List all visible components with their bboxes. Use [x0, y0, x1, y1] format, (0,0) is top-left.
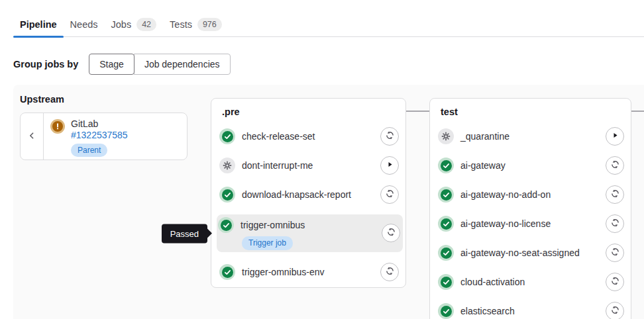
success-status-icon [219, 264, 235, 280]
manual-status-icon [438, 128, 454, 144]
job-name: trigger-omnibus-env [242, 267, 325, 277]
pipeline-graph: Upstream GitLab #1322537585 Parent .prec… [13, 85, 644, 319]
group-jobs-by-row: Group jobs by Stage Job dependencies [13, 54, 644, 75]
stage-connector-line [631, 111, 644, 112]
stage-connector-line [406, 111, 429, 112]
retry-icon [385, 189, 395, 201]
job-row[interactable]: ai-gateway [437, 156, 624, 175]
upstream-meta: GitLab #1322537585 Parent [71, 118, 128, 160]
job-row[interactable]: dont-interrupt-me [218, 156, 399, 175]
job-name: cloud-activation [460, 277, 525, 287]
retry-icon [610, 218, 620, 230]
tab-count-badge: 976 [197, 18, 222, 31]
success-status-icon [438, 216, 454, 232]
tab-label: Needs [70, 19, 98, 30]
group-by-segmented-control: Stage Job dependencies [89, 54, 230, 75]
job-row[interactable]: _quarantine [437, 127, 624, 146]
job-name: download-knapsack-report [242, 189, 351, 200]
retry-icon [610, 305, 620, 317]
retry-job-button[interactable] [606, 244, 624, 262]
chevron-left-icon [27, 130, 37, 143]
upstream-section-title: Upstream [20, 94, 64, 105]
job-name: trigger-omnibus [241, 220, 305, 230]
job-row[interactable]: elasticsearch [437, 302, 624, 319]
retry-job-button[interactable] [382, 224, 400, 242]
retry-job-button[interactable] [380, 127, 399, 146]
success-status-icon [438, 303, 454, 319]
job-row[interactable]: trigger-omnibus-env [218, 263, 399, 281]
job-row[interactable]: ai-gateway-no-seat-assigned [437, 244, 624, 262]
group-jobs-by-label: Group jobs by [13, 59, 78, 69]
tab-jobs[interactable]: Jobs42 [105, 12, 164, 36]
success-status-icon [219, 187, 235, 203]
retry-job-button[interactable] [606, 156, 624, 175]
job-row[interactable]: ai-gateway-no-license [437, 214, 624, 233]
passed-tooltip: Passed [162, 224, 207, 243]
stage-column-test: test_quarantineai-gatewayai-gateway-no-a… [429, 98, 631, 319]
group-by-job-dependencies-button[interactable]: Job dependencies [134, 54, 231, 75]
retry-icon [610, 189, 620, 201]
success-status-icon [219, 128, 235, 144]
job-name: ai-gateway [460, 160, 506, 171]
upstream-card-body: GitLab #1322537585 Parent [44, 113, 128, 160]
play-job-button[interactable] [380, 156, 399, 175]
success-status-icon [438, 158, 454, 173]
pipeline-page: PipelineNeedsJobs42Tests976 Group jobs b… [0, 0, 644, 319]
tab-label: Pipeline [20, 19, 57, 30]
tab-needs[interactable]: Needs [64, 12, 105, 36]
job-name: dont-interrupt-me [242, 160, 313, 171]
tab-label: Jobs [111, 19, 132, 30]
job-name: ai-gateway-no-license [460, 218, 551, 229]
group-by-stage-button[interactable]: Stage [89, 54, 134, 75]
tab-tests[interactable]: Tests976 [163, 12, 229, 36]
job-row[interactable]: download-knapsack-report [218, 185, 399, 204]
success-status-icon [438, 274, 454, 290]
retry-icon [385, 130, 395, 142]
job-row[interactable]: ai-gateway-no-add-on [437, 185, 624, 204]
play-job-button[interactable] [606, 127, 624, 146]
trigger-job-badge: Trigger job [242, 236, 293, 250]
tab-count-badge: 42 [136, 18, 156, 31]
job-row[interactable]: check-release-set [218, 127, 399, 146]
job-row[interactable]: cloud-activation [437, 273, 624, 291]
stage-column-pre: .precheck-release-setdont-interrupt-medo… [211, 98, 406, 288]
job-row[interactable]: trigger-omnibusTrigger jobPassed [217, 214, 403, 252]
collapse-upstream-button[interactable] [21, 113, 44, 160]
parent-badge: Parent [71, 144, 107, 157]
job-name: elasticsearch [460, 306, 515, 316]
retry-icon [610, 247, 620, 259]
upstream-pipeline-card: GitLab #1322537585 Parent [20, 113, 188, 160]
job-name: check-release-set [242, 131, 315, 142]
pipeline-tabs: PipelineNeedsJobs42Tests976 [13, 12, 644, 37]
retry-job-button[interactable] [380, 185, 399, 204]
success-status-icon [218, 217, 234, 233]
retry-job-button[interactable] [606, 185, 624, 204]
job-row-main: trigger-omnibus [218, 216, 382, 234]
success-status-icon [438, 187, 454, 203]
job-name: ai-gateway-no-add-on [460, 189, 551, 200]
retry-job-button[interactable] [606, 214, 624, 233]
play-icon [611, 131, 619, 142]
retry-job-button[interactable] [380, 263, 399, 281]
job-name: ai-gateway-no-seat-assigned [460, 248, 580, 258]
play-icon [386, 160, 394, 171]
upstream-pipeline-link[interactable]: #1322537585 [71, 130, 128, 141]
stage-title: .pre [222, 107, 399, 117]
retry-icon [385, 266, 395, 278]
retry-job-button[interactable] [606, 302, 624, 319]
stage-title: test [441, 107, 624, 117]
tab-pipeline[interactable]: Pipeline [13, 12, 64, 36]
upstream-project-name: GitLab [71, 118, 128, 130]
retry-icon [610, 160, 620, 171]
retry-icon [610, 276, 620, 288]
success-status-icon [438, 245, 454, 261]
manual-status-icon [219, 158, 235, 173]
retry-icon [386, 227, 396, 239]
tab-label: Tests [170, 19, 192, 30]
retry-job-button[interactable] [606, 273, 624, 291]
job-name: _quarantine [460, 131, 510, 142]
warning-status-icon [50, 119, 65, 134]
